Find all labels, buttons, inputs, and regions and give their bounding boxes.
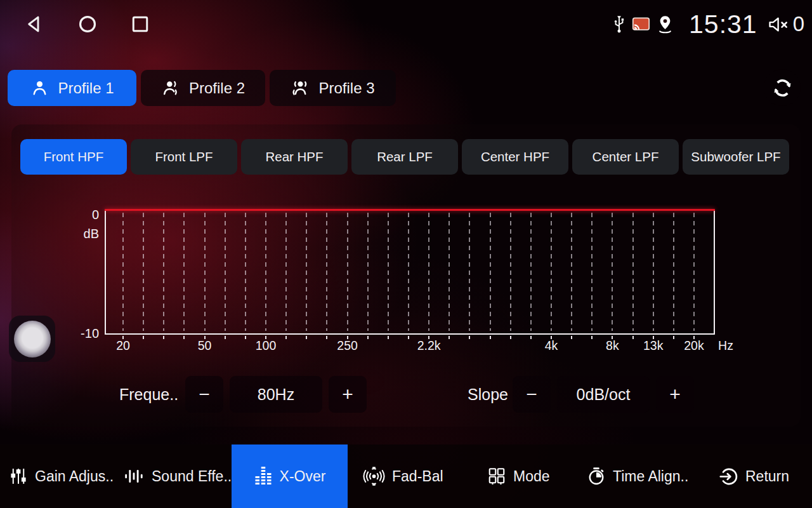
- usb-icon: [611, 15, 627, 34]
- nav-item-label: X-Over: [280, 468, 326, 485]
- back-icon[interactable]: [24, 14, 44, 34]
- filter-tab-front-hpf[interactable]: Front HPF: [20, 139, 127, 175]
- filter-tab-label: Center LPF: [593, 149, 659, 164]
- volume-muted-icon: [768, 15, 792, 34]
- fadbal-speaker-icon: [363, 467, 385, 486]
- chart-gridline: [347, 213, 348, 331]
- return-arrow-icon: [719, 467, 738, 486]
- x-axis-tick-label: 250: [337, 338, 358, 353]
- filter-tab-rear-hpf[interactable]: Rear HPF: [241, 139, 348, 175]
- recents-icon[interactable]: [131, 15, 150, 34]
- home-icon[interactable]: [77, 14, 98, 34]
- volume-level: 0: [793, 12, 804, 36]
- x-axis-unit-label: Hz: [718, 338, 733, 353]
- status-icons: 15:31 0: [611, 6, 804, 42]
- bottom-nav-bar: Gain Adjus..Sound Effe..X-OverFad-BalMod…: [0, 444, 812, 508]
- nav-item-fad-bal[interactable]: Fad-Bal: [363, 444, 443, 508]
- profile-tab-label: Profile 1: [58, 79, 114, 97]
- filter-tab-label: Front HPF: [44, 149, 104, 164]
- chart-gridline: [326, 213, 327, 331]
- sound-wave-icon: [124, 467, 145, 486]
- chart-gridline: [612, 213, 613, 331]
- y-axis-top-label: 0: [62, 208, 99, 222]
- chart-gridline: [183, 213, 185, 331]
- filter-tab-front-lpf[interactable]: Front LPF: [131, 139, 237, 175]
- filter-tab-center-hpf[interactable]: Center HPF: [462, 139, 568, 175]
- x-axis-tick-label: 8k: [606, 338, 619, 353]
- stopwatch-icon: [587, 467, 606, 486]
- nav-item-label: Fad-Bal: [392, 468, 443, 485]
- nav-item-time-align[interactable]: Time Align..: [587, 444, 688, 508]
- user-icon: [30, 78, 49, 98]
- slope-plus-button[interactable]: +: [656, 376, 694, 413]
- frequency-minus-button[interactable]: −: [185, 376, 223, 413]
- sync-icon: [772, 77, 793, 98]
- chart-gridline: [367, 213, 369, 331]
- nav-item-label: Gain Adjus..: [35, 468, 114, 485]
- frequency-response-plot: [105, 210, 715, 335]
- chart-gridline: [245, 213, 246, 331]
- refresh-button[interactable]: [764, 69, 801, 106]
- nav-item-return[interactable]: Return: [719, 444, 789, 508]
- chart-gridline: [225, 213, 226, 331]
- chart-gridline: [571, 213, 572, 331]
- x-axis-tick-label: 50: [198, 338, 212, 353]
- frequency-value: 80Hz: [230, 376, 322, 413]
- android-nav-buttons: [24, 8, 150, 41]
- chart-gridline: [285, 213, 287, 331]
- filter-tab-rear-lpf[interactable]: Rear LPF: [351, 139, 458, 175]
- chart-gridline: [551, 213, 552, 331]
- x-axis-tick-label: 2.2k: [417, 338, 441, 353]
- knob-circle-icon: [14, 321, 51, 358]
- nav-item-label: Mode: [513, 468, 550, 485]
- chart-gridline: [122, 213, 124, 331]
- profile-tab-3[interactable]: Profile 3: [270, 70, 396, 106]
- chart-gridline: [673, 213, 674, 331]
- x-axis-tick-label: 20k: [684, 338, 704, 353]
- filter-tab-subwoofer-lpf[interactable]: Subwoofer LPF: [683, 139, 789, 175]
- cast-icon: [632, 17, 650, 32]
- x-axis-labels: 20501002502.2k4k8k13k20kHz: [0, 338, 812, 355]
- chart-gridline: [632, 213, 634, 331]
- chart-gridline: [449, 213, 450, 331]
- gain-sliders-icon: [9, 467, 28, 486]
- chart-gridline: [408, 213, 409, 331]
- slope-minus-button[interactable]: −: [513, 376, 551, 413]
- x-axis-tick-label: 20: [116, 338, 130, 353]
- profile-tab-label: Profile 2: [189, 79, 245, 97]
- frequency-label: Freque..: [119, 376, 178, 413]
- chart-gridline: [204, 213, 206, 331]
- floating-knob-button[interactable]: [9, 316, 55, 362]
- nav-item-x-over[interactable]: X-Over: [232, 444, 348, 508]
- chart-gridline: [490, 213, 491, 331]
- response-curve: [105, 209, 715, 211]
- slope-value: 0dB/oct: [557, 376, 650, 413]
- filter-controls: Freque.. − 80Hz + Slope − 0dB/oct +: [0, 376, 812, 413]
- nav-item-label: Sound Effe..: [152, 468, 232, 485]
- filter-tab-label: Rear LPF: [377, 149, 433, 164]
- filter-tab-center-lpf[interactable]: Center LPF: [572, 139, 679, 175]
- profile-tab-2[interactable]: Profile 2: [141, 70, 265, 106]
- x-axis-tick-label: 100: [256, 338, 277, 353]
- nav-item-label: Return: [745, 468, 789, 485]
- mode-grid-icon: [487, 467, 506, 486]
- profile-tab-label: Profile 3: [318, 79, 374, 97]
- nav-item-gain-adjus[interactable]: Gain Adjus..: [9, 444, 114, 508]
- chart-gridline: [163, 213, 164, 331]
- filter-tab-label: Subwoofer LPF: [691, 149, 780, 164]
- status-bar: 15:31 0: [0, 0, 812, 48]
- chart-gridline: [510, 213, 511, 331]
- chart-gridline: [306, 213, 307, 331]
- nav-item-sound-effe[interactable]: Sound Effe..: [124, 444, 232, 508]
- nav-item-mode[interactable]: Mode: [487, 444, 550, 508]
- profile-tab-1[interactable]: Profile 1: [8, 70, 136, 106]
- slope-label: Slope: [468, 376, 508, 413]
- chart-gridline: [653, 213, 654, 331]
- chart-gridline: [530, 213, 532, 331]
- frequency-plus-button[interactable]: +: [329, 376, 367, 413]
- x-axis-tick-label: 13k: [643, 338, 663, 353]
- filter-tab-label: Center HPF: [481, 149, 549, 164]
- chart-gridline: [591, 213, 593, 331]
- equalizer-icon: [254, 467, 273, 486]
- chart-gridline: [143, 213, 144, 331]
